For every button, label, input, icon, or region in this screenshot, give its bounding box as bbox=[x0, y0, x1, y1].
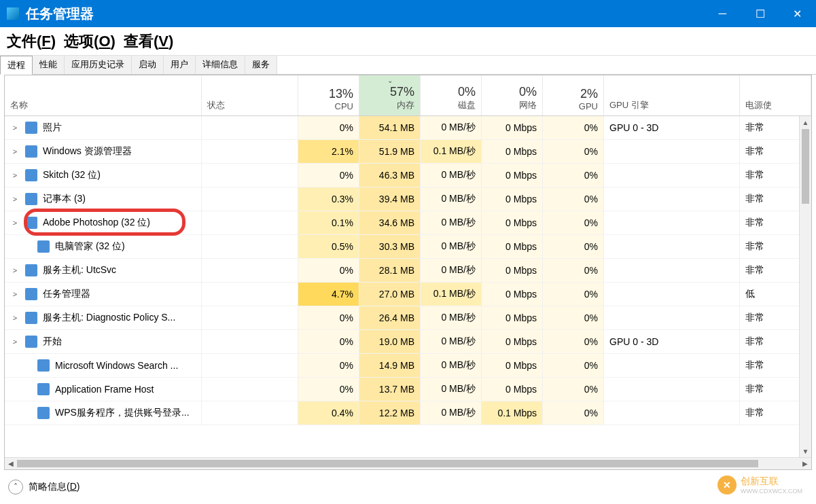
cell-name: >服务主机: UtcSvc bbox=[5, 259, 202, 282]
scroll-left-icon[interactable]: ◀ bbox=[5, 458, 17, 469]
tab-app-history[interactable]: 应用历史记录 bbox=[65, 56, 132, 74]
cell-cpu: 0% bbox=[298, 330, 359, 353]
cell-cpu: 0% bbox=[298, 354, 359, 377]
process-name: 服务主机: UtcSvc bbox=[43, 264, 116, 276]
cell-name: >Windows 资源管理器 bbox=[5, 140, 202, 163]
process-name: 照片 bbox=[43, 122, 62, 134]
cell-network: 0 Mbps bbox=[482, 211, 543, 234]
cell-disk: 0.1 MB/秒 bbox=[421, 140, 482, 163]
tab-performance[interactable]: 性能 bbox=[33, 56, 65, 74]
cell-cpu: 0.3% bbox=[298, 187, 359, 211]
cell-network: 0 Mbps bbox=[482, 259, 543, 282]
cell-name: >Adobe Photoshop (32 位) bbox=[5, 211, 202, 234]
cell-gpu-engine: GPU 0 - 3D bbox=[604, 116, 740, 139]
process-list: 名称 状态 13%CPU ⌄57%内存 0%磁盘 0%网络 2%GPU GPU … bbox=[4, 75, 812, 470]
horizontal-scrollbar[interactable]: ◀ ▶ bbox=[5, 457, 811, 469]
cell-disk: 0 MB/秒 bbox=[421, 401, 482, 425]
col-status[interactable]: 状态 bbox=[202, 75, 298, 115]
expand-icon[interactable]: > bbox=[10, 171, 20, 179]
expand-icon[interactable]: > bbox=[10, 314, 20, 322]
process-row[interactable]: >任务管理器4.7%27.0 MB0.1 MB/秒0 Mbps0%低 bbox=[5, 283, 811, 306]
process-row[interactable]: >Adobe Photoshop (32 位)0.1%34.6 MB0 MB/秒… bbox=[5, 211, 811, 235]
cell-memory: 39.4 MB bbox=[359, 187, 421, 211]
cell-memory: 51.9 MB bbox=[359, 140, 421, 163]
tab-processes[interactable]: 进程 bbox=[0, 56, 33, 75]
scroll-thumb-horizontal[interactable] bbox=[17, 460, 758, 467]
titlebar: 任务管理器 ─ ☐ ✕ bbox=[0, 0, 816, 27]
tab-services[interactable]: 服务 bbox=[245, 56, 277, 74]
col-name[interactable]: 名称 bbox=[5, 75, 202, 115]
watermark-subtext: WWW.CDXWCX.COM bbox=[741, 488, 802, 494]
cell-cpu: 0% bbox=[298, 306, 359, 329]
scroll-down-icon[interactable]: ▼ bbox=[800, 445, 811, 457]
scroll-up-icon[interactable]: ▲ bbox=[800, 116, 811, 128]
col-gpu-engine[interactable]: GPU 引擎 bbox=[604, 75, 740, 115]
cell-network: 0 Mbps bbox=[482, 235, 543, 258]
col-cpu[interactable]: 13%CPU bbox=[298, 75, 359, 115]
process-name: 服务主机: Diagnostic Policy S... bbox=[43, 312, 175, 324]
expand-icon[interactable]: > bbox=[10, 338, 20, 346]
col-gpu[interactable]: 2%GPU bbox=[543, 75, 604, 115]
column-headers: 名称 状态 13%CPU ⌄57%内存 0%磁盘 0%网络 2%GPU GPU … bbox=[5, 75, 811, 116]
expand-icon[interactable]: > bbox=[10, 219, 20, 227]
fewer-details-label[interactable]: 简略信息(D) bbox=[29, 481, 79, 493]
process-icon bbox=[37, 383, 50, 395]
menu-view[interactable]: 查看(V) bbox=[124, 31, 173, 52]
cell-cpu: 0.5% bbox=[298, 235, 359, 258]
cell-network: 0 Mbps bbox=[482, 330, 543, 353]
cell-memory: 26.4 MB bbox=[359, 306, 421, 329]
close-button[interactable]: ✕ bbox=[779, 0, 816, 27]
expand-icon[interactable]: > bbox=[10, 147, 20, 156]
cell-name: WPS服务程序，提供账号登录... bbox=[5, 401, 202, 425]
cell-gpu: 0% bbox=[543, 164, 604, 187]
process-icon bbox=[37, 407, 50, 419]
process-row[interactable]: >照片0%54.1 MB0 MB/秒0 Mbps0%GPU 0 - 3D非常 bbox=[5, 116, 811, 140]
col-network[interactable]: 0%网络 bbox=[482, 75, 543, 115]
tab-users[interactable]: 用户 bbox=[164, 56, 196, 74]
scroll-right-icon[interactable]: ▶ bbox=[799, 458, 811, 469]
cell-network: 0 Mbps bbox=[482, 164, 543, 187]
expand-icon[interactable]: > bbox=[10, 290, 20, 298]
cell-status bbox=[202, 378, 298, 401]
process-row[interactable]: >记事本 (3)0.3%39.4 MB0 MB/秒0 Mbps0%非常 bbox=[5, 187, 811, 211]
process-row[interactable]: >Windows 资源管理器2.1%51.9 MB0.1 MB/秒0 Mbps0… bbox=[5, 140, 811, 164]
cell-disk: 0 MB/秒 bbox=[421, 211, 482, 234]
col-memory[interactable]: ⌄57%内存 bbox=[359, 75, 421, 115]
process-row[interactable]: 电脑管家 (32 位)0.5%30.3 MB0 MB/秒0 Mbps0%非常 bbox=[5, 235, 811, 259]
cell-gpu-engine bbox=[604, 283, 740, 306]
cell-memory: 54.1 MB bbox=[359, 116, 421, 139]
process-row[interactable]: >服务主机: Diagnostic Policy S...0%26.4 MB0 … bbox=[5, 306, 811, 330]
process-row[interactable]: Application Frame Host0%13.7 MB0 MB/秒0 M… bbox=[5, 378, 811, 401]
menu-file[interactable]: 文件(F) bbox=[7, 31, 56, 52]
watermark-text: 创新互联 bbox=[741, 475, 802, 488]
minimize-button[interactable]: ─ bbox=[704, 0, 741, 27]
expand-icon[interactable]: > bbox=[10, 195, 20, 203]
scroll-thumb-vertical[interactable] bbox=[802, 129, 809, 204]
process-row[interactable]: >服务主机: UtcSvc0%28.1 MB0 MB/秒0 Mbps0%非常 bbox=[5, 259, 811, 283]
process-name: Application Frame Host bbox=[55, 384, 154, 395]
process-name: Windows 资源管理器 bbox=[43, 145, 132, 158]
process-row[interactable]: >Skitch (32 位)0%46.3 MB0 MB/秒0 Mbps0%非常 bbox=[5, 164, 811, 187]
tab-details[interactable]: 详细信息 bbox=[196, 56, 245, 74]
menu-options[interactable]: 选项(O) bbox=[64, 31, 116, 52]
process-icon bbox=[25, 145, 37, 158]
process-row[interactable]: >开始0%19.0 MB0 MB/秒0 Mbps0%GPU 0 - 3D非常 bbox=[5, 330, 811, 354]
maximize-button[interactable]: ☐ bbox=[741, 0, 779, 27]
col-power[interactable]: 电源使 bbox=[740, 75, 811, 115]
process-icon bbox=[25, 336, 37, 348]
cell-gpu-engine bbox=[604, 401, 740, 425]
expand-icon[interactable]: > bbox=[10, 266, 20, 274]
process-icon bbox=[25, 288, 37, 300]
col-disk[interactable]: 0%磁盘 bbox=[421, 75, 482, 115]
vertical-scrollbar[interactable]: ▲ ▼ bbox=[799, 116, 811, 457]
process-row[interactable]: Microsoft Windows Search ...0%14.9 MB0 M… bbox=[5, 354, 811, 378]
expand-icon[interactable]: > bbox=[10, 124, 20, 132]
cell-gpu: 0% bbox=[543, 283, 604, 306]
cell-disk: 0.1 MB/秒 bbox=[421, 283, 482, 306]
cell-status bbox=[202, 283, 298, 306]
tab-startup[interactable]: 启动 bbox=[132, 56, 164, 74]
fewer-details-button[interactable]: ˄ bbox=[8, 480, 23, 494]
cell-name: Application Frame Host bbox=[5, 378, 202, 401]
process-row[interactable]: WPS服务程序，提供账号登录...0.4%12.2 MB0 MB/秒0.1 Mb… bbox=[5, 401, 811, 425]
footer: ˄ 简略信息(D) bbox=[0, 470, 816, 504]
